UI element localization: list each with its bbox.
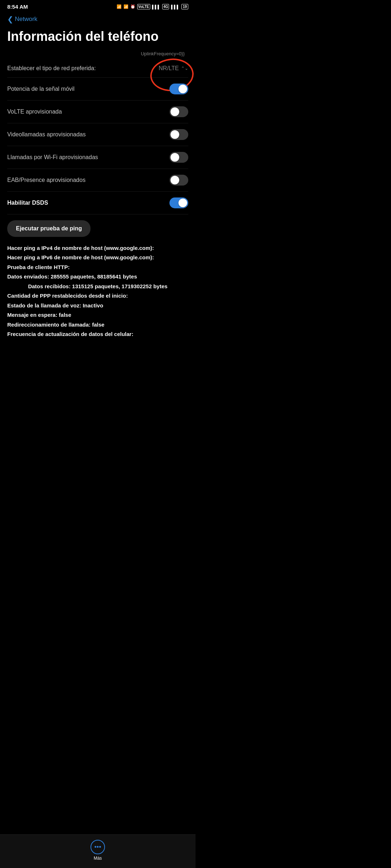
eab-knob (171, 176, 179, 184)
info-line-5: Cantidad de PPP restablecidos desde el i… (7, 292, 188, 300)
info-line-4: Datos recibidos: 1315125 paquetes, 17193… (7, 282, 188, 291)
back-label: Network (15, 16, 37, 23)
wifi-calls-knob (171, 153, 179, 162)
volte-label: VoLTE aprovisionada (7, 109, 169, 115)
page-title: Información del teléfono (0, 25, 196, 51)
info-line-9: Frecuencia de actualización de datos del… (7, 330, 188, 339)
info-line-6: Estado de la llamada de voz: Inactivo (7, 302, 188, 310)
video-calls-toggle[interactable] (169, 129, 188, 140)
video-calls-row: Videollamadas aprovisionadas (7, 123, 188, 146)
wifi-calls-toggle[interactable] (169, 152, 188, 163)
info-line-7: Mensaje en espera: false (7, 311, 188, 319)
back-chevron-icon: ❮ (7, 15, 13, 24)
info-section: Hacer ping a IPv4 de nombre de host (www… (7, 241, 188, 347)
info-line-3: Datos enviados: 285555 paquetes, 8818564… (7, 273, 188, 281)
volte-row: VoLTE aprovisionada (7, 101, 188, 123)
dsds-knob (178, 199, 187, 207)
signal-bars-icon: ▌▌▌ (152, 5, 160, 9)
wifi-calls-row: Llamadas por Wi-Fi aprovisionadas (7, 146, 188, 169)
info-line-2: Prueba de cliente HTTP: (7, 263, 188, 272)
status-time: 8:54 AM (7, 4, 28, 10)
eab-label: EAB/Presence aprovisionados (7, 177, 169, 183)
info-line-8: Redireccionamiento de llamada: false (7, 321, 188, 329)
content-area: UplinkFrequency=0}} Establecer el tipo d… (0, 51, 196, 383)
eab-row: EAB/Presence aprovisionados (7, 169, 188, 192)
volte-icon: VoLTE (137, 4, 150, 9)
back-nav[interactable]: ❮ Network (0, 12, 196, 25)
volte-toggle[interactable] (169, 106, 188, 117)
video-calls-knob (171, 130, 179, 139)
ping-button[interactable]: Ejecutar prueba de ping (7, 220, 91, 237)
lte-icon: 4G (162, 4, 169, 9)
info-line-0: Hacer ping a IPv4 de nombre de host (www… (7, 244, 188, 252)
network-type-value: NR/LTE (159, 65, 179, 72)
network-type-row: Establecer el tipo de red preferida: NR/… (7, 59, 188, 78)
signal-label: Potencia de la señal móvil (7, 86, 169, 92)
toggle-knob (178, 85, 187, 93)
dropdown-chevron-icon: ⌃⌄ (181, 66, 188, 71)
dsds-row: Habilitar DSDS (7, 192, 188, 214)
status-bar: 8:54 AM 📶 📶 ⏰ VoLTE ▌▌▌ 4G ▌▌▌ 19 (0, 0, 196, 12)
signal-toggle[interactable] (169, 84, 188, 94)
status-icons: 📶 📶 ⏰ VoLTE ▌▌▌ 4G ▌▌▌ 19 (117, 4, 188, 9)
signal-bars2-icon: ▌▌▌ (171, 5, 179, 9)
info-line-1: Hacer ping a IPv6 de nombre de host (www… (7, 254, 188, 262)
network-type-dropdown[interactable]: NR/LTE ⌃⌄ (159, 65, 188, 72)
battery-icon: 19 (181, 4, 188, 9)
bluetooth-icon: 📶 (117, 4, 122, 9)
volte-toggle-knob (171, 107, 179, 116)
signal-icon: 📶 (123, 4, 129, 9)
clock-icon: ⏰ (130, 4, 135, 9)
eab-toggle[interactable] (169, 175, 188, 186)
uplink-freq-label: UplinkFrequency=0}} (7, 51, 188, 56)
dsds-toggle[interactable] (169, 197, 188, 208)
dsds-label: Habilitar DSDS (7, 200, 169, 206)
video-calls-label: Videollamadas aprovisionadas (7, 131, 169, 138)
wifi-calls-label: Llamadas por Wi-Fi aprovisionadas (7, 154, 169, 161)
signal-strength-row: Potencia de la señal móvil (7, 78, 188, 101)
network-type-label: Establecer el tipo de red preferida: (7, 65, 159, 72)
